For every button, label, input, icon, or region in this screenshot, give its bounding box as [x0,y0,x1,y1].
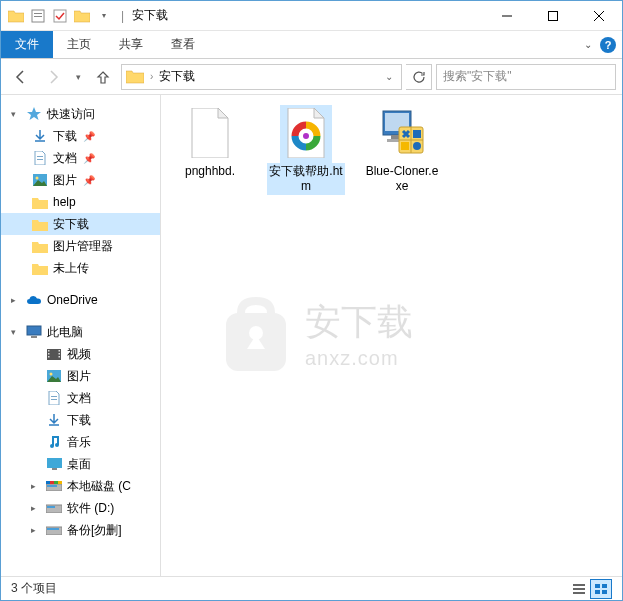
svg-rect-30 [50,481,54,484]
file-htm-icon [282,107,330,159]
svg-rect-53 [595,590,600,594]
nav-backup[interactable]: ▸ 备份[勿删] [1,519,160,541]
address-bar[interactable]: › 安下载 ⌄ [121,64,402,90]
title-separator: | [121,9,124,23]
nav-this-pc[interactable]: ▾ 此电脑 [1,321,160,343]
nav-soft-d[interactable]: ▸ 软件 (D:) [1,497,160,519]
chevron-right-icon[interactable]: ▸ [31,525,41,535]
chevron-down-icon[interactable]: ▾ [11,327,21,337]
nav-anxz[interactable]: 安下载 [1,213,160,235]
svg-rect-32 [58,481,62,484]
nav-quick-access[interactable]: ▾ 快速访问 [1,103,160,125]
nav-documents2[interactable]: 文档 [1,387,160,409]
file-item[interactable]: Blue-Cloner.exe [363,105,441,195]
folder-icon [31,260,49,276]
minimize-button[interactable] [484,1,530,31]
svg-point-22 [50,373,53,376]
help-icon[interactable]: ? [600,37,616,53]
chevron-down-icon[interactable]: ▾ [11,109,21,119]
address-dropdown-icon[interactable]: ⌄ [381,71,397,82]
video-icon [45,346,63,362]
tab-file[interactable]: 文件 [1,31,53,58]
nav-label: OneDrive [47,293,98,307]
picture-icon [31,172,49,188]
nav-label: 图片 [53,172,77,189]
search-input[interactable]: 搜索"安下载" [436,64,616,90]
nav-label: 桌面 [67,456,91,473]
chevron-right-icon[interactable]: ▸ [31,481,41,491]
back-button[interactable] [7,63,35,91]
drive-icon [45,478,63,494]
nav-desktop[interactable]: 桌面 [1,453,160,475]
file-blank-icon [186,107,234,159]
up-button[interactable] [89,63,117,91]
nav-label: 音乐 [67,434,91,451]
file-exe-icon [378,107,426,159]
maximize-button[interactable] [530,1,576,31]
file-item[interactable]: 安下载帮助.htm [267,105,345,195]
nav-not-uploaded[interactable]: 未上传 [1,257,160,279]
nav-pictures[interactable]: 图片 📌 [1,169,160,191]
chevron-right-icon[interactable]: › [150,71,153,82]
qat-check-icon[interactable] [51,7,69,25]
svg-point-45 [413,142,421,150]
nav-label: 图片 [67,368,91,385]
file-item[interactable]: pnghhbd. [171,105,249,195]
nav-downloads[interactable]: 下载 📌 [1,125,160,147]
nav-onedrive[interactable]: ▸ OneDrive [1,289,160,311]
nav-pic-manager[interactable]: 图片管理器 [1,235,160,257]
nav-downloads2[interactable]: 下载 [1,409,160,431]
svg-rect-50 [573,592,585,594]
watermark-cn: 安下载 [305,298,413,347]
ribbon: 文件 主页 共享 查看 ⌄ ? [1,31,622,59]
nav-label: 文档 [53,150,77,167]
nav-documents[interactable]: 文档 📌 [1,147,160,169]
tab-view[interactable]: 查看 [157,31,209,58]
qat-dropdown-icon[interactable]: ▾ [95,7,113,25]
svg-rect-8 [37,156,43,157]
music-icon [45,434,63,450]
tab-share[interactable]: 共享 [105,31,157,58]
folder-icon [7,7,25,25]
nav-local-c[interactable]: ▸ 本地磁盘 (C [1,475,160,497]
svg-rect-24 [51,399,57,400]
view-details-button[interactable] [568,579,590,599]
view-icons-button[interactable] [590,579,612,599]
folder-icon [126,69,144,84]
refresh-button[interactable] [406,64,432,90]
qat-properties-icon[interactable] [29,7,47,25]
nav-pictures2[interactable]: 图片 [1,365,160,387]
forward-button[interactable] [39,63,67,91]
svg-rect-5 [549,11,558,20]
address-segment[interactable]: 安下载 [159,68,195,85]
folder-icon [73,7,91,25]
chevron-down-icon[interactable]: ⌄ [584,39,592,50]
chevron-right-icon[interactable]: ▸ [11,295,21,305]
svg-rect-23 [51,396,57,397]
nav-videos[interactable]: 视频 [1,343,160,365]
nav-label: 软件 (D:) [67,500,114,517]
svg-rect-9 [37,159,43,160]
chevron-right-icon[interactable]: ▸ [31,503,41,513]
svg-rect-19 [59,353,61,355]
nav-label: help [53,195,76,209]
cloud-icon [25,292,43,308]
svg-point-11 [36,177,39,180]
nav-label: 文档 [67,390,91,407]
folder-icon [31,194,49,210]
pin-icon: 📌 [83,175,95,186]
close-button[interactable] [576,1,622,31]
titlebar: ▾ | 安下载 [1,1,622,31]
recent-dropdown[interactable]: ▾ [71,63,85,91]
svg-rect-28 [47,485,57,487]
tab-home[interactable]: 主页 [53,31,105,58]
nav-label: 本地磁盘 (C [67,478,131,495]
picture-icon [45,368,63,384]
window-title: 安下载 [132,7,168,24]
nav-help[interactable]: help [1,191,160,213]
content-area[interactable]: pnghhbd. 安下载帮助.htm [161,95,622,576]
drive-icon [45,522,63,538]
watermark-en: anxz.com [305,347,413,370]
nav-music[interactable]: 音乐 [1,431,160,453]
drive-icon [45,500,63,516]
